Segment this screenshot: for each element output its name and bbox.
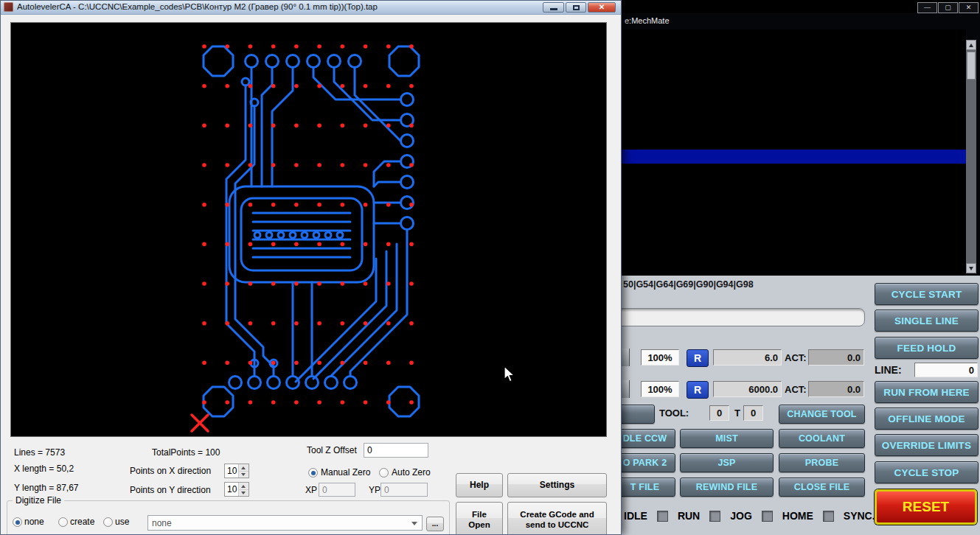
yp-label: YP bbox=[369, 485, 380, 495]
auto-zero-radio[interactable] bbox=[379, 468, 389, 478]
minimize-icon bbox=[550, 8, 557, 10]
single-line-button[interactable]: SINGLE LINE bbox=[875, 310, 979, 332]
create-gcode-label-line2: send to UCCNC bbox=[526, 520, 589, 530]
close-icon: ✕ bbox=[599, 4, 605, 11]
cycle-stop-button[interactable]: CYCLE STOP bbox=[875, 461, 979, 483]
mist-button[interactable]: MIST bbox=[680, 429, 774, 448]
digitize-file-dropdown[interactable]: none bbox=[147, 515, 423, 531]
settings-button[interactable]: Settings bbox=[507, 473, 607, 497]
points-x-value: 10 bbox=[225, 464, 238, 478]
points-y-value: 10 bbox=[225, 483, 238, 496]
goto-park2-button[interactable]: O PARK 2 bbox=[622, 453, 675, 472]
feed-act-field: 0.0 bbox=[808, 349, 864, 366]
x-length-label: X length = 50,2 bbox=[14, 464, 74, 474]
y-length-label: Y length = 87,67 bbox=[14, 483, 79, 493]
xp-input[interactable]: 0 bbox=[319, 483, 355, 497]
profile-label: e:MechMate bbox=[625, 16, 670, 25]
window-title: AutolevelerCA - C:\UCCNC\Example_codes\P… bbox=[17, 2, 533, 11]
coolant-button[interactable]: COOLANT bbox=[779, 429, 865, 448]
spindle-reset-button[interactable]: R bbox=[687, 381, 709, 399]
points-x-stepper[interactable]: 10 bbox=[224, 464, 249, 478]
clipped-button-fragment[interactable] bbox=[622, 405, 655, 424]
uccnc-close-button[interactable]: ✕ bbox=[959, 2, 979, 13]
stepper-down-icon[interactable] bbox=[239, 490, 249, 497]
line-label: LINE: bbox=[875, 364, 902, 376]
spindle-set-field[interactable]: 6000.0 bbox=[713, 381, 782, 397]
file-open-button[interactable]: File Open bbox=[456, 502, 503, 535]
change-tool-button[interactable]: CHANGE TOOL bbox=[779, 405, 865, 424]
feed-hold-button[interactable]: FEED HOLD bbox=[875, 337, 979, 359]
digitize-use-label: use bbox=[115, 517, 129, 527]
file-open-label-line1: File bbox=[472, 509, 487, 520]
al-titlebar[interactable]: AutolevelerCA - C:\UCCNC\Example_codes\P… bbox=[1, 1, 621, 15]
mdi-input[interactable] bbox=[622, 308, 865, 326]
close-file-button[interactable]: CLOSE FILE bbox=[779, 478, 865, 497]
maximize-button[interactable] bbox=[566, 2, 586, 13]
origin-x-marker bbox=[192, 415, 208, 431]
digitize-use-radio[interactable] bbox=[103, 517, 113, 527]
xp-label: XP bbox=[305, 485, 317, 495]
rewind-file-button[interactable]: REWIND FILE bbox=[680, 478, 774, 497]
lines-count-label: Lines = 7573 bbox=[14, 447, 65, 458]
points-y-label: Points on Y direction bbox=[130, 485, 211, 495]
tool-z-offset-label: Tool Z Offset bbox=[307, 445, 357, 455]
status-jog-label: JOG bbox=[730, 510, 752, 522]
uccnc-minimize-button[interactable]: — bbox=[917, 2, 937, 13]
uccnc-window: — ▢ ✕ e:MechMate 50|G54|G64|G69|G90|G94|… bbox=[622, 0, 980, 535]
run-led bbox=[657, 511, 668, 522]
yp-input[interactable]: 0 bbox=[380, 483, 428, 497]
screen: — ▢ ✕ e:MechMate 50|G54|G64|G69|G90|G94|… bbox=[0, 0, 980, 535]
probe-button[interactable]: PROBE bbox=[779, 453, 865, 472]
maximize-icon bbox=[573, 5, 580, 10]
scroll-thumb[interactable] bbox=[967, 52, 976, 80]
points-x-label: Points on X direction bbox=[130, 466, 211, 476]
home-led bbox=[762, 511, 773, 522]
line-value-field: 0 bbox=[914, 363, 978, 377]
scroll-up-button[interactable] bbox=[966, 40, 976, 50]
tool-z-offset-input[interactable]: 0 bbox=[364, 443, 428, 458]
points-y-stepper[interactable]: 10 bbox=[224, 482, 249, 497]
stepper-down-icon[interactable] bbox=[239, 472, 249, 478]
tool-number-field: 0 bbox=[709, 405, 729, 421]
stepper-up-icon[interactable] bbox=[239, 464, 249, 472]
manual-zero-radio[interactable] bbox=[308, 468, 318, 478]
feed-override-field[interactable]: 100% bbox=[641, 349, 679, 366]
file-open-label-line2: Open bbox=[468, 520, 490, 530]
machine-status-row: IDLE RUN JOG HOME SYNC. bbox=[624, 510, 875, 522]
feed-reset-button[interactable]: R bbox=[687, 349, 709, 367]
help-button[interactable]: Help bbox=[456, 473, 503, 497]
spindle-ccw-button[interactable]: DLE CCW bbox=[622, 429, 675, 448]
gcode-listing[interactable] bbox=[622, 29, 966, 276]
feed-set-field[interactable]: 6.0 bbox=[713, 349, 782, 366]
auto-zero-label: Auto Zero bbox=[392, 467, 431, 478]
spindle-slider-fragment[interactable] bbox=[622, 380, 630, 398]
spindle-override-field[interactable]: 100% bbox=[641, 381, 679, 397]
uccnc-titlebar[interactable]: — ▢ ✕ bbox=[622, 0, 980, 13]
create-gcode-label-line1: Create GCode and bbox=[520, 509, 594, 520]
browse-button[interactable]: ... bbox=[426, 517, 444, 531]
gcode-scrollbar[interactable] bbox=[966, 40, 976, 273]
reset-button[interactable]: RESET bbox=[875, 489, 977, 525]
minimize-button[interactable] bbox=[543, 2, 564, 13]
cycle-start-button[interactable]: CYCLE START bbox=[875, 283, 979, 305]
edit-file-button[interactable]: T FILE bbox=[622, 478, 675, 497]
override-limits-button[interactable]: OVERRIDE LIMITS bbox=[875, 434, 979, 456]
uccnc-maximize-button[interactable]: ▢ bbox=[938, 2, 958, 13]
digitize-file-group-label: Digitize File bbox=[13, 495, 64, 506]
autoleveler-window: AutolevelerCA - C:\UCCNC\Example_codes\P… bbox=[0, 0, 622, 535]
run-from-here-button[interactable]: RUN FROM HERE bbox=[875, 381, 979, 403]
feed-slider-fragment[interactable] bbox=[622, 349, 630, 366]
app-icon bbox=[4, 2, 13, 12]
offline-mode-button[interactable]: OFFLINE MODE bbox=[875, 408, 979, 430]
gcode-highlight-line[interactable] bbox=[622, 150, 966, 164]
scroll-down-button[interactable] bbox=[966, 263, 976, 273]
jsp-button[interactable]: JSP bbox=[680, 453, 774, 472]
digitize-create-radio[interactable] bbox=[58, 517, 68, 527]
stepper-up-icon[interactable] bbox=[239, 483, 249, 490]
digitize-none-radio[interactable] bbox=[13, 517, 22, 527]
sync-led bbox=[823, 511, 834, 522]
spindle-act-label: ACT: bbox=[785, 384, 807, 395]
status-idle-label: IDLE bbox=[624, 510, 647, 522]
close-button[interactable]: ✕ bbox=[588, 2, 616, 13]
create-gcode-button[interactable]: Create GCode and send to UCCNC bbox=[507, 502, 607, 535]
